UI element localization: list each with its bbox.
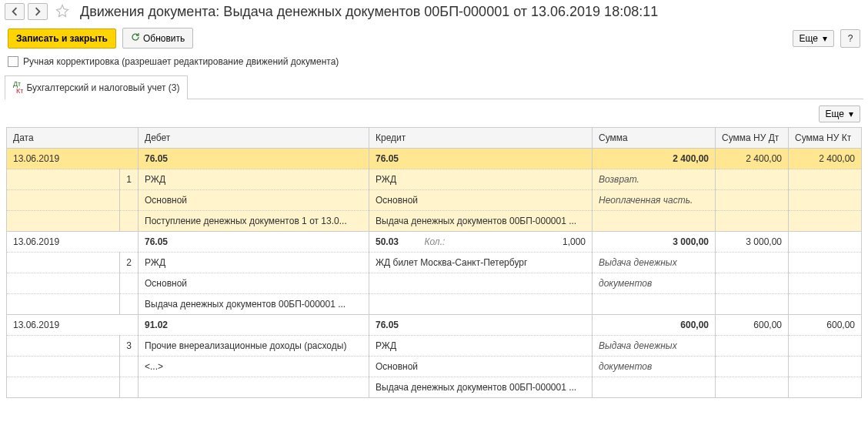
cell-sum-nu-dt: 2 400,00	[716, 149, 789, 169]
chevron-down-icon: ▾	[823, 33, 827, 44]
cell-credit-sub: ЖД билет Москва-Санкт-Петербург	[369, 253, 593, 273]
cell-sum-nu-kt: 600,00	[789, 315, 862, 336]
cell-credit-acc: 76.05	[369, 315, 593, 336]
table-row[interactable]: <...> Основной документов	[7, 357, 862, 377]
postings-table: Дата Дебет Кредит Сумма Сумма НУ Дт Сумм…	[6, 127, 862, 398]
refresh-label: Обновить	[143, 33, 185, 44]
cell-credit: 50.03 Кол.: 1,000	[369, 232, 593, 253]
cell-comment: Выдача денежных	[593, 336, 716, 357]
qty-value: 1,000	[563, 236, 586, 247]
cell-sum-nu-kt	[789, 232, 862, 253]
cell-credit-sub: Выдача денежных документов 00БП-000001 .…	[369, 211, 593, 232]
table-row[interactable]: 3 Прочие внереализационные доходы (расхо…	[7, 336, 862, 357]
col-credit: Кредит	[369, 128, 593, 149]
table-row[interactable]: Выдача денежных документов 00БП-000001 .…	[7, 294, 862, 315]
cell-debit-acc: 91.02	[139, 315, 369, 336]
tab-label: Бухгалтерский и налоговый учет (3)	[26, 82, 179, 93]
cell-debit-sub: Поступление денежных документов 1 от 13.…	[139, 211, 369, 232]
tabs: ДтКт Бухгалтерский и налоговый учет (3)	[5, 75, 863, 99]
grid-more-label: Еще	[826, 109, 844, 119]
cell-sum-nu-dt: 600,00	[716, 315, 789, 336]
cell-debit-sub: Основной	[139, 273, 369, 294]
tab-accounting[interactable]: ДтКт Бухгалтерский и налоговый учет (3)	[5, 75, 188, 99]
table-header-row: Дата Дебет Кредит Сумма Сумма НУ Дт Сумм…	[7, 128, 862, 149]
help-button[interactable]: ?	[840, 29, 860, 48]
cell-credit-sub: Основной	[369, 357, 593, 377]
cell-date: 13.06.2019	[7, 149, 139, 169]
cell-debit-sub: Выдача денежных документов 00БП-000001 .…	[139, 294, 369, 315]
cell-debit-acc: 76.05	[139, 232, 369, 253]
page-title: Движения документа: Выдача денежных доку…	[80, 4, 658, 20]
cell-credit-sub: РЖД	[369, 336, 593, 357]
table-row[interactable]: Основной документов	[7, 273, 862, 294]
favorite-icon[interactable]	[55, 4, 69, 20]
table-row[interactable]: 13.06.2019 91.02 76.05 600,00 600,00 600…	[7, 315, 862, 336]
col-sum-nu-kt: Сумма НУ Кт	[789, 128, 862, 149]
manual-edit-checkbox[interactable]	[8, 56, 18, 67]
col-debit: Дебет	[139, 128, 369, 149]
cell-sum-nu-dt: 3 000,00	[716, 232, 789, 253]
title-bar: Движения документа: Выдача денежных доку…	[0, 0, 868, 23]
cell-sum: 2 400,00	[593, 149, 716, 169]
back-button[interactable]	[5, 3, 25, 20]
cell-debit-sub: <...>	[139, 357, 369, 377]
forward-button[interactable]	[28, 3, 48, 20]
dt-kt-icon: ДтКт	[13, 81, 23, 95]
cell-debit-sub: РЖД	[139, 169, 369, 190]
cell-credit-sub: Основной	[369, 190, 593, 211]
cell-no: 2	[120, 253, 139, 273]
arrow-left-icon	[10, 7, 19, 16]
cell-comment: документов	[593, 357, 716, 377]
cell-sum-nu-kt: 2 400,00	[789, 149, 862, 169]
save-close-button[interactable]: Записать и закрыть	[8, 28, 116, 49]
cell-no: 3	[120, 336, 139, 357]
table-row[interactable]: 13.06.2019 76.05 50.03 Кол.: 1,000 3 000…	[7, 232, 862, 253]
col-date: Дата	[7, 128, 139, 149]
cell-debit-acc: 76.05	[139, 149, 369, 169]
cell-date: 13.06.2019	[7, 232, 139, 253]
table-row[interactable]: 1 РЖД РЖД Возврат.	[7, 169, 862, 190]
table-row[interactable]: 13.06.2019 76.05 76.05 2 400,00 2 400,00…	[7, 149, 862, 169]
cell-comment: Выдача денежных	[593, 253, 716, 273]
manual-edit-row: Ручная корректировка (разрешает редактир…	[0, 53, 868, 70]
credit-acc: 50.03	[376, 236, 399, 247]
arrow-right-icon	[33, 7, 42, 16]
cell-comment: Неоплаченная часть.	[593, 190, 716, 211]
cell-sum: 600,00	[593, 315, 716, 336]
table-row[interactable]: Выдача денежных документов 00БП-000001 .…	[7, 377, 862, 398]
col-sum: Сумма	[593, 128, 716, 149]
action-bar: Записать и закрыть Обновить Еще ▾ ?	[0, 23, 868, 53]
table-row[interactable]: Поступление денежных документов 1 от 13.…	[7, 211, 862, 232]
cell-comment: Возврат.	[593, 169, 716, 190]
cell-debit-sub: Основной	[139, 190, 369, 211]
cell-debit-sub: Прочие внереализационные доходы (расходы…	[139, 336, 369, 357]
col-sum-nu-dt: Сумма НУ Дт	[716, 128, 789, 149]
qty-label: Кол.:	[424, 236, 509, 247]
table-row[interactable]: Основной Основной Неоплаченная часть.	[7, 190, 862, 211]
cell-debit-sub: РЖД	[139, 253, 369, 273]
refresh-button[interactable]: Обновить	[122, 28, 193, 49]
refresh-icon	[131, 32, 140, 44]
more-label: Еще	[800, 33, 818, 44]
cell-comment: документов	[593, 273, 716, 294]
table-row[interactable]: 2 РЖД ЖД билет Москва-Санкт-Петербург Вы…	[7, 253, 862, 273]
cell-date: 13.06.2019	[7, 315, 139, 336]
grid-more-button[interactable]: Еще ▾	[819, 105, 860, 122]
more-button[interactable]: Еще ▾	[793, 30, 834, 47]
chevron-down-icon: ▾	[849, 109, 853, 119]
cell-sum: 3 000,00	[593, 232, 716, 253]
cell-credit-sub: Выдача денежных документов 00БП-000001 .…	[369, 377, 593, 398]
cell-credit-acc: 76.05	[369, 149, 593, 169]
cell-credit-sub: РЖД	[369, 169, 593, 190]
cell-no: 1	[120, 169, 139, 190]
manual-edit-label: Ручная корректировка (разрешает редактир…	[23, 56, 339, 67]
